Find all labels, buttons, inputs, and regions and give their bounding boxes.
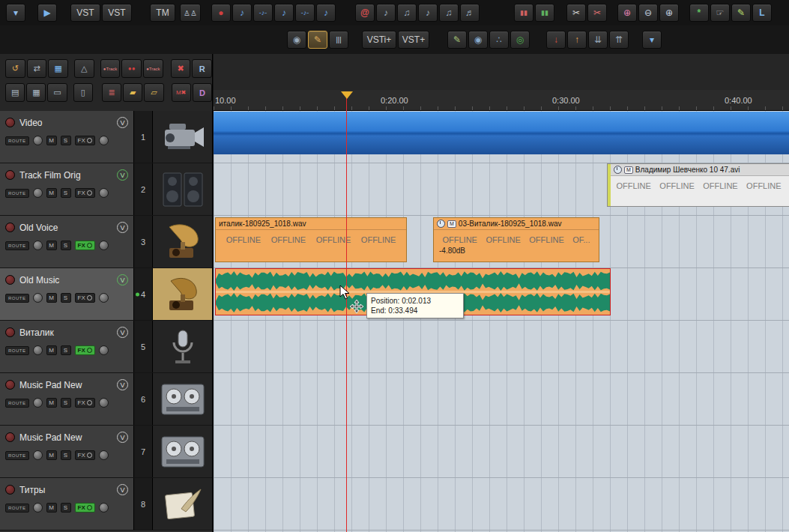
ring-green-button[interactable]: ◎ (510, 31, 530, 49)
fx-button[interactable]: FX (75, 345, 95, 355)
clip-title-bar[interactable]: италик-180925_1018.wav (216, 218, 406, 230)
stop-red-button[interactable]: ● (211, 4, 231, 22)
volume-knob[interactable] (33, 188, 43, 198)
track-lane[interactable] (214, 373, 789, 426)
record-arm-button[interactable] (5, 485, 15, 495)
add-vsti-button[interactable]: VSTi+ (362, 31, 396, 49)
split-scissors-button[interactable]: ✂ (566, 4, 586, 22)
fx-button[interactable]: FX (75, 503, 95, 513)
render-button[interactable]: ▶ (37, 4, 57, 22)
route-button[interactable]: ROUTE (5, 399, 29, 408)
volume-badge[interactable]: V (117, 379, 128, 390)
route-button[interactable]: ROUTE (5, 504, 29, 513)
zoom-select-button[interactable]: ⊕ (617, 4, 637, 22)
track-thumbnail[interactable] (153, 478, 212, 530)
route-button[interactable]: ROUTE (5, 346, 29, 355)
note-bar-button-3[interactable]: ♪ (418, 4, 438, 22)
note-button-3[interactable]: ♪ (316, 4, 336, 22)
track-lane[interactable] (214, 321, 789, 373)
volume-knob[interactable] (33, 293, 43, 303)
track-control-panel[interactable]: Титры V ROUTE M S FX (0, 478, 133, 530)
note-bar-button-5[interactable]: ♬ (460, 4, 480, 22)
volume-badge[interactable]: V (117, 222, 128, 233)
hand-tool-button[interactable]: ☞ (710, 4, 730, 22)
pencil-snd-button[interactable]: ✎ (447, 31, 467, 49)
cut-scissors-button[interactable]: ✂ (587, 4, 607, 22)
envelope-strip-button[interactable]: ▭ (47, 83, 67, 102)
record-dots-button[interactable]: ●● (121, 59, 142, 78)
meter-green-button[interactable]: ▮▮ (535, 4, 554, 22)
swap-ends-button[interactable]: ⇄ (27, 59, 47, 78)
track-control-panel[interactable]: Music Pad New V ROUTE M S FX (0, 373, 133, 425)
at-red-button[interactable]: @ (355, 4, 375, 22)
grid-blue-button[interactable]: ▦ (48, 59, 68, 78)
pan-knob[interactable] (99, 503, 109, 513)
solo-button[interactable]: S (61, 241, 71, 250)
track-lanes[interactable]: M Владимир Шевченко 10 47.avi OFFLINEOFF… (214, 111, 789, 532)
record-arm-button[interactable] (5, 170, 15, 180)
l-tool-button[interactable]: L (752, 4, 772, 22)
solo-button[interactable]: S (61, 450, 71, 460)
record-arm-button[interactable] (5, 380, 15, 390)
track-control-panel[interactable]: Old Music V ROUTE M S FX (0, 268, 133, 320)
record-arm-button[interactable] (5, 118, 15, 127)
note-bridge-button-2[interactable]: -♪- (295, 4, 315, 22)
solo-button[interactable]: S (61, 398, 71, 408)
track-row-music-pad-2[interactable]: Music Pad New V ROUTE M S FX 7 (0, 426, 212, 478)
volume-knob[interactable] (33, 136, 43, 145)
pan-knob[interactable] (99, 136, 109, 145)
record-arm-button[interactable] (5, 275, 15, 285)
fx-button[interactable]: FX (75, 241, 95, 250)
track-row-video[interactable]: Video V ROUTE M S FX 1 (0, 111, 212, 163)
piano-roll-button[interactable]: ▤ (5, 83, 25, 102)
note-bar-button-4[interactable]: ♫ (439, 4, 459, 22)
performers-button[interactable]: ♙♙ (180, 4, 201, 22)
track-control-panel[interactable]: Video V ROUTE M S FX (0, 111, 133, 163)
stripes-button[interactable]: ||| (329, 31, 348, 49)
track-row-titles[interactable]: Титры V ROUTE M S FX 8 (0, 478, 212, 531)
track-thumbnail[interactable] (153, 268, 212, 320)
volume-knob[interactable] (33, 398, 43, 408)
mixer-button[interactable]: ≣ (102, 83, 121, 102)
track-row-vitalik[interactable]: Виталик V ROUTE M S FX 5 (0, 321, 212, 373)
show-track-button-1[interactable]: ●Track (100, 59, 121, 78)
clip-vitalik-wav-1[interactable]: италик-180925_1018.wav OFFLINEOFFLINE OF… (215, 217, 407, 262)
mute-button[interactable]: M (46, 136, 57, 145)
show-track-button-2[interactable]: ●Track (143, 59, 163, 78)
fx-button[interactable]: FX (75, 293, 95, 303)
folder-open-button[interactable]: ▱ (144, 83, 163, 102)
pan-knob[interactable] (99, 293, 109, 303)
time-ruler[interactable]: 10.00 0:20.00 0:30.00 0:40.00 (214, 90, 789, 111)
import-up-orange-button[interactable]: ↑ (567, 31, 587, 49)
solo-button[interactable]: S (61, 293, 71, 303)
note-button-1[interactable]: ♪ (232, 4, 252, 22)
mute-button[interactable]: M (46, 188, 57, 198)
pan-knob[interactable] (99, 398, 109, 408)
project-menu-button[interactable]: ▾ (6, 4, 25, 22)
pan-knob[interactable] (99, 188, 109, 198)
solo-button[interactable]: S (61, 503, 71, 513)
route-button[interactable]: ROUTE (5, 294, 29, 303)
clip-title-bar[interactable]: M Владимир Шевченко 10 47.avi (608, 164, 789, 176)
loop-toggle-button[interactable]: ↺ (5, 59, 25, 78)
route-button[interactable]: ROUTE (5, 241, 29, 250)
track-lane[interactable] (214, 478, 789, 531)
route-button[interactable]: ROUTE (5, 451, 29, 460)
solo-button[interactable]: S (61, 188, 71, 198)
vst-button-1[interactable]: VST (70, 4, 100, 22)
track-row-old-voice[interactable]: Old Voice V ROUTE M S FX 3 (0, 216, 212, 268)
mute-button[interactable]: M (46, 503, 57, 513)
info-at-button[interactable]: ◉ (287, 31, 306, 49)
volume-badge[interactable]: V (117, 274, 128, 285)
volume-knob[interactable] (33, 450, 43, 460)
arrows-down-blue-button[interactable]: ⇊ (588, 31, 608, 49)
note-bar-button-2[interactable]: ♫ (397, 4, 417, 22)
paint-tool-button[interactable]: ✎ (308, 31, 327, 49)
track-number[interactable]: 5 (133, 321, 153, 372)
track-thumbnail[interactable] (153, 426, 212, 477)
volume-knob[interactable] (33, 345, 43, 355)
fx-button[interactable]: FX (75, 188, 95, 198)
clip-title-bar[interactable]: M 03-Виталик-180925_1018.wav (434, 218, 599, 230)
pan-knob[interactable] (99, 450, 109, 460)
import-down-red-button[interactable]: ↓ (546, 31, 566, 49)
